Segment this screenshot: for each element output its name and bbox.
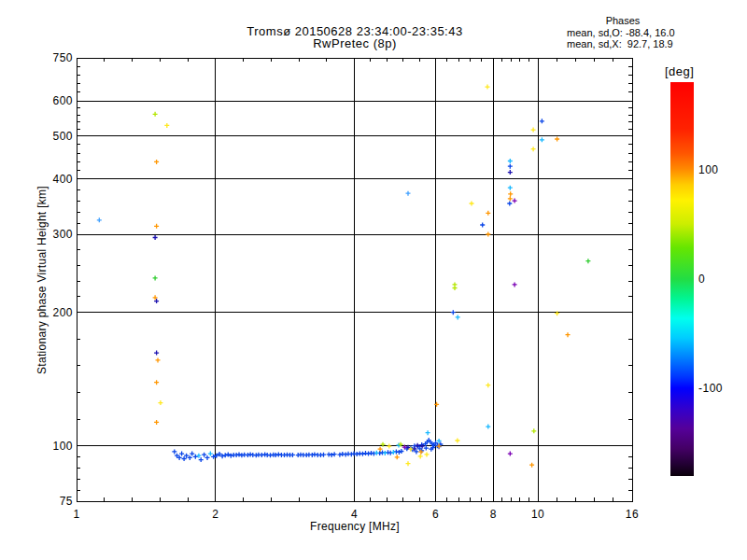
y-tick-label: 500 — [35, 130, 73, 143]
x-tick-label: 4 — [351, 508, 358, 521]
x-tick-label: 16 — [626, 508, 639, 521]
y-tick-label: 75 — [35, 495, 73, 508]
colorbar-label: [deg] — [665, 64, 694, 78]
colorbar-gradient — [670, 82, 694, 476]
echo-cyan — [196, 137, 544, 457]
x-tick-label: 1 — [73, 508, 79, 521]
y-tick-label: 400 — [35, 173, 73, 186]
x-tick-label: 6 — [432, 508, 439, 521]
echo-green — [153, 259, 591, 280]
ionogram-screen: Tromsø 20150628 23:34:00-23:35:43 RwPret… — [0, 0, 747, 560]
y-tick-label: 750 — [35, 51, 73, 64]
x-tick-label: 8 — [490, 508, 497, 521]
colorbar-tick-label: -100 — [698, 382, 723, 395]
echo-trace-blue — [172, 119, 544, 462]
plot-canvas — [0, 0, 747, 560]
echo-yellowgreen — [153, 112, 537, 447]
echo-yellow — [158, 85, 559, 467]
colorbar-tick-label: 0 — [698, 273, 705, 286]
y-tick-label: 200 — [35, 306, 73, 319]
y-tick-label: 600 — [35, 94, 73, 107]
x-tick-label: 10 — [531, 508, 544, 521]
y-tick-label: 100 — [35, 440, 73, 453]
colorbar-tick-label: 100 — [698, 163, 719, 176]
y-tick-label: 300 — [35, 228, 73, 241]
x-tick-label: 2 — [212, 508, 218, 521]
echo-purple — [402, 199, 517, 456]
echo-lightblue — [97, 191, 411, 223]
echo-navy — [153, 170, 513, 451]
